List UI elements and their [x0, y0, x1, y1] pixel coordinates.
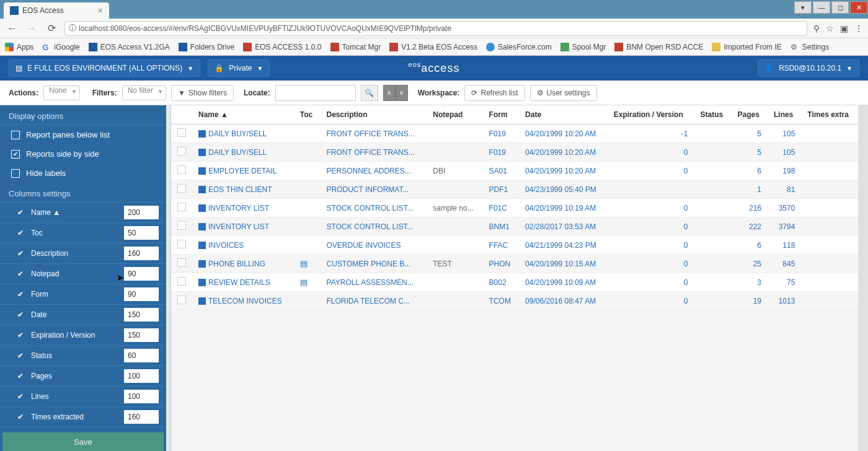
row-checkbox[interactable]: [177, 147, 186, 155]
row-checkbox[interactable]: [177, 258, 186, 267]
refresh-button[interactable]: ⟳ Refresh list: [464, 85, 525, 101]
table-row[interactable]: INVOICESOVERDUE INVOICESFFAC04/21/1999 0…: [171, 236, 858, 255]
column-header[interactable]: Form: [483, 105, 520, 125]
column-width-input[interactable]: [124, 267, 159, 281]
name-cell[interactable]: REVIEW DETAILS: [192, 273, 294, 292]
name-cell[interactable]: PHONE BILLING: [192, 255, 294, 273]
form-cell[interactable]: TCOM: [483, 292, 520, 310]
check-icon[interactable]: ✔: [17, 351, 26, 360]
minimize-button[interactable]: —: [813, 1, 830, 14]
column-header[interactable]: Status: [694, 105, 731, 125]
description-cell[interactable]: FLORIDA TELECOM C...: [321, 292, 427, 310]
description-cell[interactable]: STOCK CONTROL LIST...: [321, 199, 427, 217]
bookmark-item[interactable]: EOS ACCESS 1.0.0: [243, 43, 321, 51]
display-option[interactable]: Reports side by side: [0, 144, 166, 164]
search-button[interactable]: 🔍: [361, 85, 378, 101]
column-width-input[interactable]: [124, 308, 159, 322]
description-cell[interactable]: PAYROLL ASSESSMEN...: [321, 273, 427, 292]
name-cell[interactable]: INVENTORY LIST: [192, 199, 294, 217]
list-icon[interactable]: ▤: [300, 259, 308, 268]
form-cell[interactable]: F01C: [483, 199, 520, 217]
url-bar[interactable]: ⓘ localhost:8080/eos-access/#/env/RSAgIC…: [64, 21, 807, 36]
column-width-input[interactable]: [124, 390, 159, 403]
back-button[interactable]: ←: [5, 22, 19, 35]
description-cell[interactable]: FRONT OFFICE TRANS...: [321, 125, 427, 143]
bookmark-item[interactable]: Tomcat Mgr: [330, 43, 381, 51]
table-row[interactable]: EMPLOYEE DETAILPERSONNEL ADDRES...DBISA0…: [171, 162, 858, 180]
star-icon[interactable]: ☆: [826, 24, 834, 33]
filters-select[interactable]: No filter: [122, 85, 166, 100]
check-icon[interactable]: ✔: [17, 290, 26, 299]
name-cell[interactable]: INVENTORY LIST: [192, 217, 294, 236]
row-checkbox[interactable]: [177, 296, 186, 304]
bookmark-item[interactable]: Spool Mgr: [560, 43, 606, 51]
column-header[interactable]: Date: [519, 105, 608, 125]
row-checkbox[interactable]: [177, 221, 186, 230]
bookmark-item[interactable]: GiGoogle: [42, 43, 79, 51]
table-row[interactable]: TELECOM INVOICESFLORIDA TELECOM C...TCOM…: [171, 292, 858, 310]
column-width-input[interactable]: [124, 369, 159, 383]
column-header[interactable]: [171, 105, 192, 125]
check-icon[interactable]: ✔: [17, 269, 26, 278]
name-cell[interactable]: TELECOM INVOICES: [192, 292, 294, 310]
name-cell[interactable]: INVOICES: [192, 236, 294, 255]
bookmark-item[interactable]: Folders Drive: [179, 43, 234, 51]
next-button[interactable]: ∨: [396, 85, 408, 101]
check-icon[interactable]: ✔: [17, 392, 26, 401]
column-header[interactable]: Pages: [731, 105, 768, 125]
splitter[interactable]: [166, 105, 171, 451]
row-checkbox[interactable]: [177, 165, 186, 174]
column-width-input[interactable]: [124, 328, 159, 342]
column-width-input[interactable]: [124, 247, 159, 260]
row-checkbox[interactable]: [177, 277, 186, 286]
check-icon[interactable]: ✔: [17, 372, 26, 380]
check-icon[interactable]: ✔: [17, 331, 26, 339]
maximize-button[interactable]: ◻: [831, 1, 849, 14]
check-icon[interactable]: ✔: [17, 310, 26, 319]
column-header[interactable]: Times extra: [801, 105, 858, 125]
column-width-input[interactable]: [124, 349, 159, 362]
column-width-input[interactable]: [124, 206, 159, 219]
user-settings-button[interactable]: ⚙ User settings: [530, 85, 597, 101]
table-row[interactable]: PHONE BILLING▤CUSTOMER PHONE B...TESTPHO…: [171, 255, 858, 273]
user-menu[interactable]: 👤 RSD0@10.10.20.1 ▼: [758, 59, 859, 77]
window-dropdown-icon[interactable]: ▾: [794, 1, 812, 14]
bookmark-item[interactable]: SalesForce.com: [486, 43, 552, 51]
row-checkbox[interactable]: [177, 184, 186, 193]
locate-input[interactable]: [275, 85, 356, 101]
form-cell[interactable]: SA01: [483, 162, 520, 180]
description-cell[interactable]: CUSTOMER PHONE B...: [321, 255, 427, 273]
form-cell[interactable]: FFAC: [483, 236, 520, 255]
row-checkbox[interactable]: [177, 240, 186, 248]
menu-icon[interactable]: ⋮: [854, 24, 863, 33]
translate-icon[interactable]: ⚲: [813, 24, 820, 33]
form-cell[interactable]: PHON: [483, 255, 520, 273]
save-button[interactable]: Save: [2, 432, 164, 451]
column-header[interactable]: Description: [321, 105, 427, 125]
bookmark-item[interactable]: Imported From IE: [712, 43, 781, 51]
column-width-input[interactable]: [124, 226, 159, 240]
column-header[interactable]: Name ▲: [192, 105, 294, 125]
display-option[interactable]: Hide labels: [0, 164, 166, 183]
actions-select[interactable]: None: [43, 85, 80, 100]
name-cell[interactable]: EMPLOYEE DETAIL: [192, 162, 294, 180]
close-button[interactable]: ✕: [850, 1, 867, 14]
table-row[interactable]: INVENTORY LISTSTOCK CONTROL LIST...BNM10…: [171, 217, 858, 236]
name-cell[interactable]: DAILY BUY/SELL: [192, 125, 294, 143]
form-cell[interactable]: B002: [483, 273, 520, 292]
form-cell[interactable]: F019: [483, 125, 520, 143]
form-cell[interactable]: F019: [483, 143, 520, 162]
name-cell[interactable]: DAILY BUY/SELL: [192, 143, 294, 162]
table-row[interactable]: DAILY BUY/SELLFRONT OFFICE TRANS...F0190…: [171, 143, 858, 162]
table-row[interactable]: DAILY BUY/SELLFRONT OFFICE TRANS...F0190…: [171, 125, 858, 143]
column-header[interactable]: Lines: [768, 105, 801, 125]
bookmark-item[interactable]: EOS Access V1.2GA: [89, 43, 170, 51]
column-width-input[interactable]: [124, 410, 159, 424]
check-icon[interactable]: ✔: [17, 413, 26, 421]
form-cell[interactable]: PDF1: [483, 180, 520, 199]
environment-selector[interactable]: ▤ E FULL EOS ENVIRONMENT (ALL OPTIONS) ▼: [9, 59, 200, 77]
row-checkbox[interactable]: [177, 128, 186, 137]
column-header[interactable]: Notepad: [427, 105, 482, 125]
column-header[interactable]: Expiration / Version: [608, 105, 694, 125]
description-cell[interactable]: PRODUCT INFORMAT...: [321, 180, 427, 199]
